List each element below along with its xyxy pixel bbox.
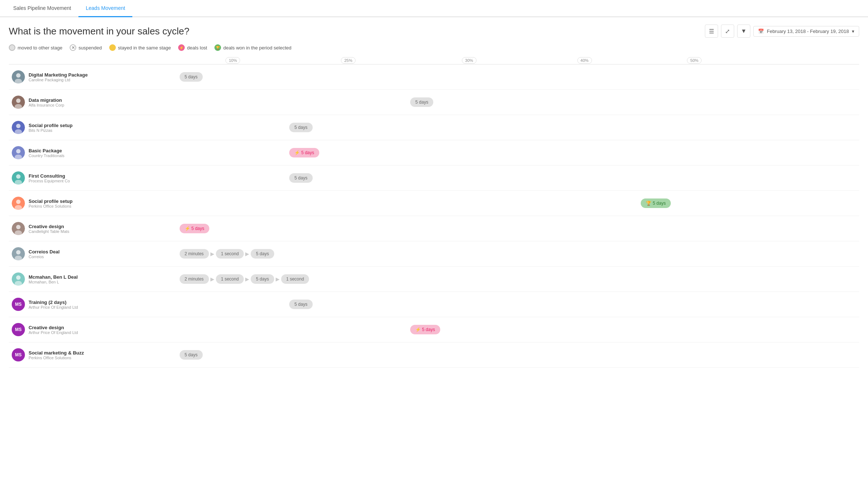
deal-company: Alfa Insurance Corp bbox=[29, 103, 64, 107]
deal-text: Social profile setupPerkins Office Solut… bbox=[29, 198, 73, 208]
deal-info: Data migrationAlfa Insurance Corp bbox=[10, 92, 120, 112]
stage-cell-2: 5 days bbox=[288, 292, 409, 317]
stage-cell-3: ⚡ 5 days bbox=[409, 317, 530, 342]
table-row[interactable]: Creative designCandlelight Table Mats⚡ 5… bbox=[9, 216, 859, 241]
stage-cell-1 bbox=[178, 90, 288, 115]
svg-point-16 bbox=[16, 200, 21, 204]
legend-label-stayed: stayed in the same stage bbox=[118, 45, 171, 51]
deal-info-cell: Correios DealCorreios bbox=[9, 241, 178, 267]
deal-text: Creative designArthur Price Of England L… bbox=[29, 325, 78, 335]
bar[interactable]: 5 days bbox=[180, 350, 203, 360]
bar[interactable]: ⚡ 5 days bbox=[180, 224, 210, 233]
stage-cell-5 bbox=[639, 292, 749, 317]
tab-leads[interactable]: Leads Movement bbox=[78, 0, 132, 17]
table-row[interactable]: Digital Marketing PackageCaroline Packag… bbox=[9, 64, 859, 90]
bar[interactable]: 5 days bbox=[410, 97, 433, 107]
deal-company: Perkins Office Solutions bbox=[29, 356, 84, 360]
stage-cell-1 bbox=[178, 166, 288, 191]
stage-cell-3 bbox=[409, 216, 530, 241]
chevron-down-icon: ▾ bbox=[852, 29, 854, 34]
bar: 1 second bbox=[216, 249, 244, 259]
stage-cell-6 bbox=[749, 166, 859, 191]
table-row[interactable]: MSCreative designArthur Price Of England… bbox=[9, 317, 859, 342]
stage-header-row: 10% 25% 30% 40% 50% bbox=[9, 57, 859, 64]
svg-point-25 bbox=[16, 275, 21, 280]
svg-point-10 bbox=[16, 149, 21, 153]
deal-info-cell: Social profile setupBits N Pizzas bbox=[9, 115, 178, 140]
stage-cell-4 bbox=[530, 292, 640, 317]
legend-dot-suspended: ✕ bbox=[70, 44, 76, 51]
deal-text: Training (2 days)Arthur Price Of England… bbox=[29, 300, 78, 309]
stage-cell-1: ⚡ 5 days bbox=[178, 216, 288, 241]
bar[interactable]: ⚡ 5 days bbox=[289, 148, 319, 157]
bar[interactable]: 5 days bbox=[289, 123, 312, 132]
legend-label-suspended: suspended bbox=[78, 45, 102, 51]
bar[interactable]: 5 days bbox=[180, 72, 203, 82]
bar[interactable]: ⚡ 5 days bbox=[410, 325, 440, 334]
deal-text: Creative designCandlelight Table Mats bbox=[29, 224, 69, 234]
stage-cell-5 bbox=[639, 267, 749, 292]
deal-name: Digital Marketing Package bbox=[29, 72, 88, 78]
date-range-button[interactable]: 📅 February 13, 2018 - February 19, 2018 … bbox=[753, 26, 859, 37]
deal-info: MSTraining (2 days)Arthur Price Of Engla… bbox=[10, 294, 120, 315]
page-header: What is the movement in your sales cycle… bbox=[0, 17, 868, 41]
deal-company: Arthur Price Of England Ltd bbox=[29, 330, 78, 335]
avatar bbox=[12, 171, 25, 185]
deal-text: Digital Marketing PackageCaroline Packag… bbox=[29, 72, 88, 82]
deal-name: Creative design bbox=[29, 224, 69, 229]
stage-cell-5 bbox=[639, 216, 749, 241]
table-row[interactable]: Social profile setupPerkins Office Solut… bbox=[9, 191, 859, 216]
arrow-separator: ▶ bbox=[210, 251, 214, 257]
stage-cell-1: 5 days bbox=[178, 342, 288, 368]
table-row[interactable]: Social profile setupBits N Pizzas5 days bbox=[9, 115, 859, 140]
table-row[interactable]: MSSocial marketing & BuzzPerkins Office … bbox=[9, 342, 859, 368]
stage-cell-1 bbox=[178, 292, 288, 317]
table-row[interactable]: Basic PackageCountry Traditionals⚡ 5 day… bbox=[9, 140, 859, 166]
deal-info: Social profile setupPerkins Office Solut… bbox=[10, 193, 120, 213]
legend-moved: moved to other stage bbox=[9, 44, 62, 51]
stage-cell-1 bbox=[178, 317, 288, 342]
stage-cell-5 bbox=[639, 115, 749, 140]
legend-suspended: ✕ suspended bbox=[70, 44, 102, 51]
deal-info: First ConsultingProcess Equipment Co bbox=[10, 168, 120, 188]
filter-button[interactable]: ▼ bbox=[737, 25, 750, 38]
stage-col-3: 30% bbox=[409, 57, 530, 64]
deal-name: Social profile setup bbox=[29, 198, 73, 204]
stage-cell-6 bbox=[749, 342, 859, 368]
stage-cell-3 bbox=[409, 166, 530, 191]
stage-cell-6 bbox=[749, 267, 859, 292]
tab-sales[interactable]: Sales Pipeline Movement bbox=[6, 0, 78, 17]
stage-cell-5 bbox=[639, 342, 749, 368]
menu-button[interactable]: ☰ bbox=[705, 25, 718, 38]
table-row[interactable]: Data migrationAlfa Insurance Corp5 days bbox=[9, 90, 859, 115]
expand-button[interactable]: ⤢ bbox=[721, 25, 734, 38]
deal-info-cell: Data migrationAlfa Insurance Corp bbox=[9, 90, 178, 115]
stage-cell-5 bbox=[639, 90, 749, 115]
table-row[interactable]: First ConsultingProcess Equipment Co5 da… bbox=[9, 166, 859, 191]
table-row[interactable]: MSTraining (2 days)Arthur Price Of Engla… bbox=[9, 292, 859, 317]
deal-info: Creative designCandlelight Table Mats bbox=[10, 218, 120, 239]
header-controls: ☰ ⤢ ▼ 📅 February 13, 2018 - February 19,… bbox=[705, 25, 859, 38]
deal-company: Process Equipment Co bbox=[29, 179, 70, 183]
deal-text: First ConsultingProcess Equipment Co bbox=[29, 173, 70, 183]
deal-info: Correios DealCorreios bbox=[10, 244, 120, 264]
stage-cell-3 bbox=[409, 292, 530, 317]
stage-cell-2: 5 days bbox=[288, 166, 409, 191]
pipeline-container: 10% 25% 30% 40% 50% bbox=[0, 57, 868, 368]
stage-cell-3 bbox=[409, 342, 530, 368]
stage-cell-6 bbox=[749, 90, 859, 115]
bar[interactable]: 🏆 5 days bbox=[641, 198, 671, 208]
deal-company: Correios bbox=[29, 255, 60, 259]
stage-cell-1 bbox=[178, 191, 288, 216]
bar[interactable]: 5 days bbox=[289, 173, 312, 183]
stage-col-4: 40% bbox=[530, 57, 640, 64]
table-row[interactable]: Mcmahan, Ben L DealMcmahan, Ben L2 minut… bbox=[9, 267, 859, 292]
table-row[interactable]: Correios DealCorreios2 minutes▶1 second▶… bbox=[9, 241, 859, 267]
bar[interactable]: 5 days bbox=[289, 300, 312, 309]
deal-info: Digital Marketing PackageCaroline Packag… bbox=[10, 67, 120, 87]
deal-info-cell: Social profile setupPerkins Office Solut… bbox=[9, 191, 178, 216]
deal-info: MSSocial marketing & BuzzPerkins Office … bbox=[10, 345, 120, 365]
deal-text: Social profile setupBits N Pizzas bbox=[29, 123, 73, 133]
tabs-bar: Sales Pipeline Movement Leads Movement bbox=[0, 0, 868, 17]
bar: 1 second bbox=[281, 274, 309, 284]
